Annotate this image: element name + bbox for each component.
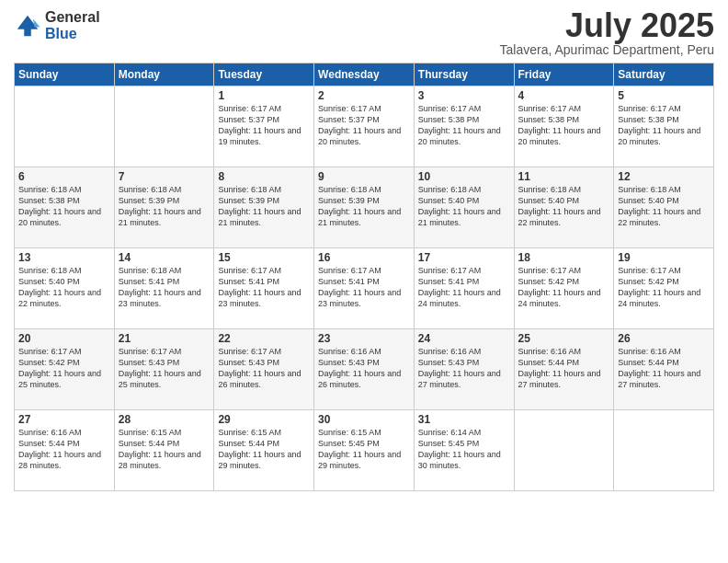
day-number: 12	[618, 170, 710, 183]
day-number: 25	[518, 332, 610, 345]
day-info: Sunrise: 6:14 AM Sunset: 5:45 PM Dayligh…	[418, 427, 510, 472]
month-title: July 2025	[500, 9, 714, 42]
logo-icon	[14, 12, 41, 40]
table-row: 17Sunrise: 6:17 AM Sunset: 5:41 PM Dayli…	[414, 248, 514, 329]
col-saturday: Saturday	[614, 63, 714, 86]
table-row: 18Sunrise: 6:17 AM Sunset: 5:42 PM Dayli…	[514, 248, 614, 329]
day-info: Sunrise: 6:18 AM Sunset: 5:40 PM Dayligh…	[618, 184, 710, 229]
table-row: 12Sunrise: 6:18 AM Sunset: 5:40 PM Dayli…	[614, 167, 714, 248]
table-row: 29Sunrise: 6:15 AM Sunset: 5:44 PM Dayli…	[214, 410, 314, 491]
col-thursday: Thursday	[414, 63, 514, 86]
day-number: 16	[318, 251, 410, 264]
day-number: 27	[18, 413, 110, 426]
calendar: Sunday Monday Tuesday Wednesday Thursday…	[14, 63, 714, 491]
calendar-week-row: 27Sunrise: 6:16 AM Sunset: 5:44 PM Dayli…	[15, 410, 714, 491]
table-row: 9Sunrise: 6:18 AM Sunset: 5:39 PM Daylig…	[314, 167, 415, 248]
day-info: Sunrise: 6:18 AM Sunset: 5:40 PM Dayligh…	[418, 184, 510, 229]
day-info: Sunrise: 6:16 AM Sunset: 5:44 PM Dayligh…	[618, 346, 710, 391]
day-number: 22	[218, 332, 310, 345]
col-monday: Monday	[114, 63, 214, 86]
subtitle: Talavera, Apurimac Department, Peru	[500, 42, 714, 57]
calendar-week-row: 6Sunrise: 6:18 AM Sunset: 5:38 PM Daylig…	[15, 167, 714, 248]
header: General Blue July 2025 Talavera, Apurima…	[14, 9, 714, 57]
day-info: Sunrise: 6:17 AM Sunset: 5:38 PM Dayligh…	[518, 103, 610, 148]
col-friday: Friday	[514, 63, 614, 86]
day-number: 24	[418, 332, 510, 345]
day-number: 15	[218, 251, 310, 264]
day-number: 17	[418, 251, 510, 264]
day-number: 20	[18, 332, 110, 345]
day-info: Sunrise: 6:17 AM Sunset: 5:37 PM Dayligh…	[218, 103, 310, 148]
day-info: Sunrise: 6:18 AM Sunset: 5:39 PM Dayligh…	[218, 184, 310, 229]
day-number: 23	[318, 332, 410, 345]
table-row: 15Sunrise: 6:17 AM Sunset: 5:41 PM Dayli…	[214, 248, 314, 329]
day-number: 19	[618, 251, 710, 264]
table-row: 19Sunrise: 6:17 AM Sunset: 5:42 PM Dayli…	[614, 248, 714, 329]
page: General Blue July 2025 Talavera, Apurima…	[0, 0, 728, 563]
day-info: Sunrise: 6:17 AM Sunset: 5:42 PM Dayligh…	[18, 346, 110, 391]
day-info: Sunrise: 6:17 AM Sunset: 5:42 PM Dayligh…	[618, 265, 710, 310]
table-row: 1Sunrise: 6:17 AM Sunset: 5:37 PM Daylig…	[214, 86, 314, 167]
day-info: Sunrise: 6:15 AM Sunset: 5:45 PM Dayligh…	[318, 427, 410, 472]
day-info: Sunrise: 6:15 AM Sunset: 5:44 PM Dayligh…	[119, 427, 210, 472]
day-number: 7	[119, 170, 210, 183]
day-info: Sunrise: 6:16 AM Sunset: 5:44 PM Dayligh…	[18, 427, 110, 472]
calendar-week-row: 13Sunrise: 6:18 AM Sunset: 5:40 PM Dayli…	[15, 248, 714, 329]
table-row	[514, 410, 614, 491]
day-number: 29	[218, 413, 310, 426]
day-info: Sunrise: 6:18 AM Sunset: 5:40 PM Dayligh…	[18, 265, 110, 310]
table-row: 26Sunrise: 6:16 AM Sunset: 5:44 PM Dayli…	[614, 329, 714, 410]
day-info: Sunrise: 6:17 AM Sunset: 5:41 PM Dayligh…	[318, 265, 410, 310]
day-number: 2	[318, 89, 410, 102]
day-number: 6	[18, 170, 110, 183]
day-number: 26	[618, 332, 710, 345]
day-info: Sunrise: 6:17 AM Sunset: 5:41 PM Dayligh…	[218, 265, 310, 310]
day-info: Sunrise: 6:15 AM Sunset: 5:44 PM Dayligh…	[218, 427, 310, 472]
calendar-week-row: 20Sunrise: 6:17 AM Sunset: 5:42 PM Dayli…	[15, 329, 714, 410]
day-number: 9	[318, 170, 410, 183]
day-number: 31	[418, 413, 510, 426]
day-info: Sunrise: 6:18 AM Sunset: 5:39 PM Dayligh…	[119, 184, 210, 229]
day-number: 11	[518, 170, 610, 183]
day-info: Sunrise: 6:18 AM Sunset: 5:40 PM Dayligh…	[518, 184, 610, 229]
table-row: 5Sunrise: 6:17 AM Sunset: 5:38 PM Daylig…	[614, 86, 714, 167]
logo: General Blue	[14, 9, 100, 41]
title-block: July 2025 Talavera, Apurimac Department,…	[500, 9, 714, 57]
table-row: 8Sunrise: 6:18 AM Sunset: 5:39 PM Daylig…	[214, 167, 314, 248]
table-row: 21Sunrise: 6:17 AM Sunset: 5:43 PM Dayli…	[114, 329, 214, 410]
day-info: Sunrise: 6:17 AM Sunset: 5:38 PM Dayligh…	[418, 103, 510, 148]
day-info: Sunrise: 6:16 AM Sunset: 5:43 PM Dayligh…	[418, 346, 510, 391]
day-info: Sunrise: 6:17 AM Sunset: 5:42 PM Dayligh…	[518, 265, 610, 310]
day-info: Sunrise: 6:18 AM Sunset: 5:38 PM Dayligh…	[18, 184, 110, 229]
table-row: 10Sunrise: 6:18 AM Sunset: 5:40 PM Dayli…	[414, 167, 514, 248]
table-row: 4Sunrise: 6:17 AM Sunset: 5:38 PM Daylig…	[514, 86, 614, 167]
day-number: 8	[218, 170, 310, 183]
table-row: 16Sunrise: 6:17 AM Sunset: 5:41 PM Dayli…	[314, 248, 415, 329]
table-row: 14Sunrise: 6:18 AM Sunset: 5:41 PM Dayli…	[114, 248, 214, 329]
table-row: 22Sunrise: 6:17 AM Sunset: 5:43 PM Dayli…	[214, 329, 314, 410]
day-info: Sunrise: 6:16 AM Sunset: 5:44 PM Dayligh…	[518, 346, 610, 391]
table-row: 28Sunrise: 6:15 AM Sunset: 5:44 PM Dayli…	[114, 410, 214, 491]
table-row: 2Sunrise: 6:17 AM Sunset: 5:37 PM Daylig…	[314, 86, 415, 167]
table-row: 31Sunrise: 6:14 AM Sunset: 5:45 PM Dayli…	[414, 410, 514, 491]
logo-blue: Blue	[45, 26, 100, 42]
day-number: 10	[418, 170, 510, 183]
day-info: Sunrise: 6:18 AM Sunset: 5:41 PM Dayligh…	[119, 265, 210, 310]
day-info: Sunrise: 6:17 AM Sunset: 5:43 PM Dayligh…	[119, 346, 210, 391]
day-info: Sunrise: 6:17 AM Sunset: 5:38 PM Dayligh…	[618, 103, 710, 148]
table-row: 13Sunrise: 6:18 AM Sunset: 5:40 PM Dayli…	[15, 248, 115, 329]
table-row: 20Sunrise: 6:17 AM Sunset: 5:42 PM Dayli…	[15, 329, 115, 410]
day-number: 14	[119, 251, 210, 264]
day-number: 4	[518, 89, 610, 102]
table-row: 24Sunrise: 6:16 AM Sunset: 5:43 PM Dayli…	[414, 329, 514, 410]
table-row: 7Sunrise: 6:18 AM Sunset: 5:39 PM Daylig…	[114, 167, 214, 248]
day-number: 13	[18, 251, 110, 264]
day-number: 28	[119, 413, 210, 426]
day-number: 5	[618, 89, 710, 102]
day-info: Sunrise: 6:17 AM Sunset: 5:41 PM Dayligh…	[418, 265, 510, 310]
day-number: 18	[518, 251, 610, 264]
day-number: 3	[418, 89, 510, 102]
col-tuesday: Tuesday	[214, 63, 314, 86]
day-number: 21	[119, 332, 210, 345]
day-info: Sunrise: 6:18 AM Sunset: 5:39 PM Dayligh…	[318, 184, 410, 229]
